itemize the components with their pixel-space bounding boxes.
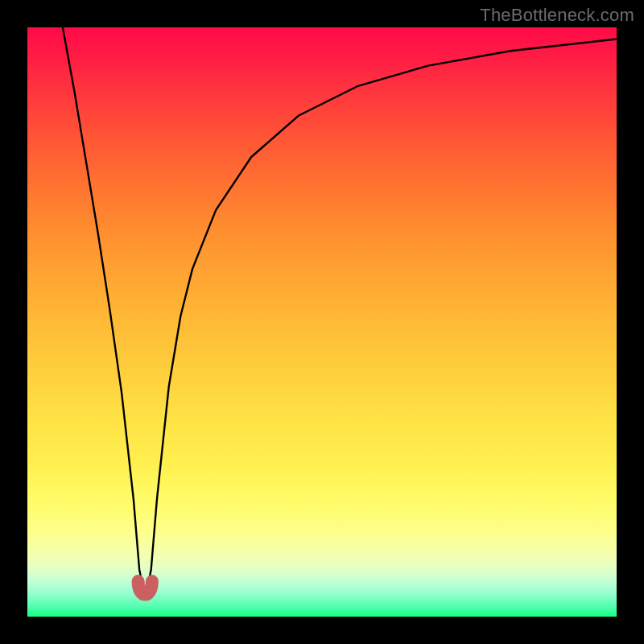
background-gradient xyxy=(27,27,617,617)
watermark-text: TheBottleneck.com xyxy=(480,5,634,26)
plot-area xyxy=(27,27,617,617)
chart-frame: TheBottleneck.com xyxy=(0,0,644,644)
